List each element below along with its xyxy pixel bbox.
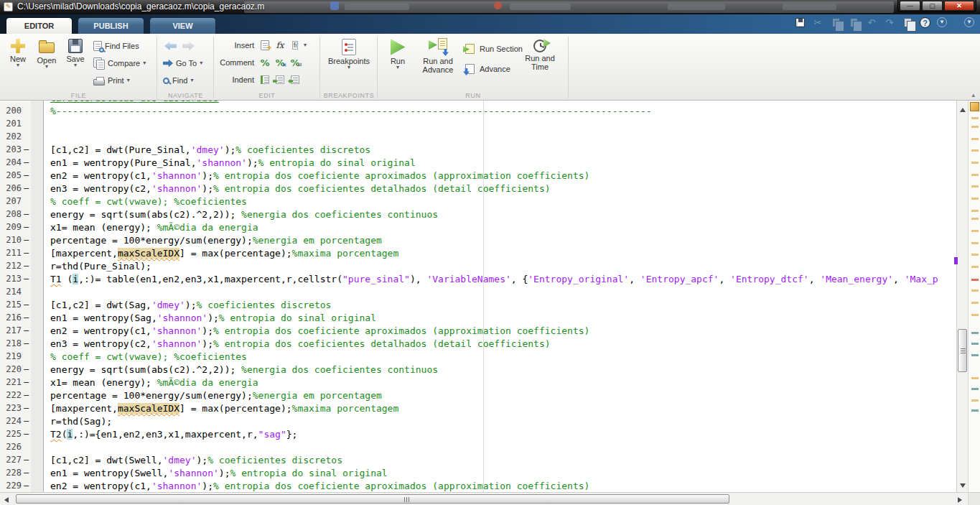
line-gutter[interactable]: 204–: [0, 157, 44, 170]
line-gutter[interactable]: 212–: [0, 261, 44, 274]
line-gutter[interactable]: 200: [0, 106, 44, 119]
warn-tick-marker[interactable]: [971, 210, 979, 212]
print-button[interactable]: Print▾: [93, 74, 130, 87]
warn-tick-marker[interactable]: [971, 126, 979, 128]
warn-tick-marker[interactable]: [971, 117, 979, 119]
breakpoint-gutter[interactable]: [31, 429, 44, 442]
run-button[interactable]: Run▾: [385, 38, 411, 70]
horizontal-scrollbar-thumb[interactable]: [16, 494, 729, 504]
ribbon-options-dropdown-icon[interactable]: ▼: [964, 17, 974, 27]
open-button[interactable]: Open▾: [31, 38, 62, 69]
run-and-advance-button[interactable]: Run andAdvance: [417, 38, 459, 74]
breakpoint-gutter[interactable]: [31, 222, 44, 235]
scroll-right-icon[interactable]: [958, 497, 962, 503]
line-gutter[interactable]: 226: [0, 442, 44, 455]
warn-tick-marker[interactable]: [971, 377, 979, 379]
close-button[interactable]: ✕: [944, 1, 974, 11]
goto-button[interactable]: Go To▾: [163, 57, 202, 70]
scroll-down-icon[interactable]: [960, 483, 966, 488]
vertical-scrollbar[interactable]: [956, 101, 968, 492]
scroll-up-icon[interactable]: [960, 108, 966, 112]
line-gutter[interactable]: 203–: [0, 144, 44, 157]
warn-tick-marker[interactable]: [971, 138, 979, 140]
editor-code-area[interactable]: 199caracteristicas dos disturbios200%---…: [0, 101, 968, 492]
paste-icon[interactable]: [848, 17, 859, 28]
horizontal-scrollbar[interactable]: [0, 492, 968, 505]
restore-button[interactable]: ▢: [922, 1, 943, 11]
code-line[interactable]: 205–en2 = wentropy(c1,'shannon');% entro…: [0, 170, 968, 183]
code-line[interactable]: 226: [0, 442, 968, 455]
wrap-comments-button[interactable]: %⏎: [289, 57, 302, 68]
qat-dropdown-icon[interactable]: ▼: [937, 17, 947, 27]
code-line[interactable]: 199caracteristicas dos disturbios: [0, 101, 968, 106]
line-gutter[interactable]: 211–: [0, 248, 44, 261]
insert-function-button[interactable]: fx: [274, 40, 286, 51]
code-line[interactable]: 213–T1 (i,:)= table(en1,en2,en3,x1,maxpe…: [0, 274, 968, 287]
line-gutter[interactable]: 220–: [0, 364, 44, 377]
line-gutter[interactable]: 228–: [0, 468, 44, 481]
line-gutter[interactable]: 210–: [0, 235, 44, 248]
warn-tick-marker[interactable]: [971, 198, 979, 200]
breakpoint-gutter[interactable]: [31, 248, 44, 261]
code-line[interactable]: 228–en1 = wentropy(Swell,'shannon');% en…: [0, 468, 968, 481]
breakpoint-gutter[interactable]: [31, 261, 44, 274]
breakpoint-gutter[interactable]: [31, 364, 44, 377]
breakpoint-gutter[interactable]: [31, 196, 44, 209]
code-line[interactable]: 223–[maxpercent,maxScaleIDX] = max(perce…: [0, 403, 968, 416]
line-gutter[interactable]: 222–: [0, 390, 44, 403]
code-line[interactable]: 203–[c1,c2] = dwt(Pure_Sinal,'dmey');% c…: [0, 144, 968, 157]
line-gutter[interactable]: 224–: [0, 416, 44, 429]
line-gutter[interactable]: 229–: [0, 481, 44, 492]
window-titlebar[interactable]: ✎ C:\Users\milad\Downloads\copia_geracao…: [0, 0, 980, 14]
code-line[interactable]: 224–r=thd(Sag);: [0, 416, 968, 429]
info-tick-marker[interactable]: [971, 354, 979, 356]
breakpoint-gutter[interactable]: [31, 442, 44, 455]
windows-icon[interactable]: [902, 17, 913, 28]
warn-tick-marker[interactable]: [971, 314, 979, 316]
code-line[interactable]: 209–x1= mean (energy); %mÃ©dia da energi…: [0, 222, 968, 235]
warning-summary-box[interactable]: [970, 102, 979, 111]
scroll-left-icon[interactable]: [4, 497, 9, 503]
error-tick-marker[interactable]: [971, 279, 979, 281]
insert-dropdown-icon[interactable]: ▾: [304, 43, 307, 47]
warn-tick-marker[interactable]: [971, 149, 979, 152]
info-tick-marker[interactable]: [971, 409, 979, 412]
breakpoint-gutter[interactable]: [31, 416, 44, 429]
breakpoint-gutter[interactable]: [31, 209, 44, 222]
breakpoint-gutter[interactable]: [31, 131, 44, 144]
line-gutter[interactable]: 207: [0, 196, 44, 209]
breakpoint-gutter[interactable]: [31, 235, 44, 248]
info-tick-marker[interactable]: [971, 343, 979, 345]
warn-tick-marker[interactable]: [971, 185, 979, 187]
line-gutter[interactable]: 206–: [0, 183, 44, 196]
new-button[interactable]: New▾: [2, 38, 34, 68]
info-tick-marker[interactable]: [971, 388, 979, 390]
line-gutter[interactable]: 214: [0, 287, 44, 300]
breakpoint-gutter[interactable]: [31, 170, 44, 183]
warn-tick-marker[interactable]: [971, 162, 979, 164]
insert-section-button[interactable]: ✚: [258, 40, 271, 51]
code-line[interactable]: 210–percentage = 100*energy/sum(energy);…: [0, 235, 968, 248]
breakpoint-gutter[interactable]: [31, 351, 44, 364]
warn-tick-marker[interactable]: [971, 230, 979, 232]
code-line[interactable]: 225–T2(i,:)={en1,en2,en3,x1,maxpercent,r…: [0, 429, 968, 442]
breakpoint-gutter[interactable]: [31, 481, 44, 492]
code-line[interactable]: 211–[maxpercent,maxScaleIDX] = max(perce…: [0, 248, 968, 261]
code-line[interactable]: 221–x1= mean (energy); %mÃ©dia da energi…: [0, 377, 968, 390]
breakpoint-gutter[interactable]: [31, 390, 44, 403]
code-line[interactable]: 214: [0, 287, 968, 300]
breakpoint-gutter[interactable]: [31, 325, 44, 338]
info-tick-marker[interactable]: [971, 332, 979, 334]
collapse-ribbon-icon[interactable]: ▴: [971, 91, 975, 98]
code-line[interactable]: 204–en1 = wentropy(Pure_Sinal,'shannon')…: [0, 157, 968, 170]
message-indicator-bar[interactable]: [968, 101, 980, 492]
code-line[interactable]: 229–en2 = wentropy(c1,'shannon');% entro…: [0, 481, 968, 492]
line-gutter[interactable]: 215–: [0, 300, 44, 312]
code-line[interactable]: 217–en2 = wentropy(c1,'shannon');% entro…: [0, 325, 968, 338]
code-line[interactable]: 220–energy = sqrt(sum(abs(c2).^2,2)); %e…: [0, 364, 968, 377]
breakpoint-gutter[interactable]: [31, 274, 44, 287]
warn-tick-marker[interactable]: [971, 254, 979, 256]
indent-right-button[interactable]: [274, 74, 286, 85]
breakpoint-gutter[interactable]: [31, 106, 44, 119]
back-icon[interactable]: [164, 42, 177, 50]
